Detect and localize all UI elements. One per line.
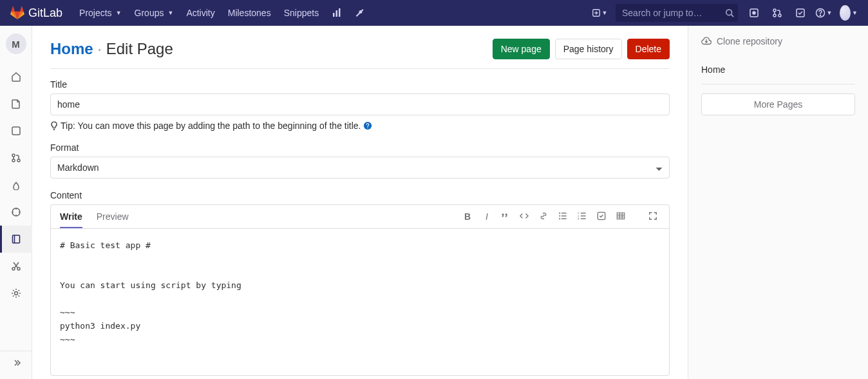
sidebar-home-link[interactable]: Home xyxy=(701,59,855,84)
plus-dropdown[interactable]: ▼ xyxy=(589,0,610,26)
svg-rect-18 xyxy=(12,235,19,243)
svg-rect-1 xyxy=(336,10,338,17)
title-label: Title xyxy=(50,79,670,90)
sidebar-repo-icon[interactable] xyxy=(0,90,32,117)
italic-icon[interactable]: I xyxy=(481,211,493,222)
help-icon[interactable] xyxy=(363,121,372,130)
format-group: Format Markdown xyxy=(50,142,670,179)
task-list-icon[interactable] xyxy=(597,211,609,222)
content-textarea[interactable] xyxy=(51,237,669,365)
divider xyxy=(50,68,670,69)
sidebar-operations-icon[interactable] xyxy=(0,199,32,226)
fullscreen-icon[interactable] xyxy=(648,211,660,222)
search-box xyxy=(616,4,738,22)
nav-admin-icon[interactable] xyxy=(348,0,372,26)
chevron-down-icon: ▼ xyxy=(827,10,833,16)
user-menu[interactable]: ▼ xyxy=(836,0,858,26)
svg-point-8 xyxy=(773,14,776,17)
svg-point-24 xyxy=(559,213,560,214)
editor-toolbar: B I 123 xyxy=(462,211,660,222)
chevron-down-icon: ▼ xyxy=(116,10,122,16)
svg-rect-27 xyxy=(561,213,567,213)
page-title: Home · Edit Page xyxy=(50,40,173,58)
search-icon[interactable] xyxy=(725,8,734,17)
gitlab-logo[interactable]: GitLab xyxy=(10,6,62,20)
clone-repo-link[interactable]: Clone repository xyxy=(701,36,855,46)
sidebar-home-icon[interactable] xyxy=(0,63,32,90)
title-tip: Tip: You can move this page by adding th… xyxy=(50,121,670,131)
content-label: Content xyxy=(50,190,670,200)
svg-point-23 xyxy=(368,128,368,128)
tip-text: Tip: You can move this page by adding th… xyxy=(61,121,361,131)
svg-point-7 xyxy=(773,9,776,12)
nav-snippets[interactable]: Snippets xyxy=(278,0,325,26)
issues-icon[interactable] xyxy=(743,0,765,26)
format-label: Format xyxy=(50,142,670,153)
chevron-down-icon: ▼ xyxy=(167,10,173,16)
editor-body xyxy=(51,229,669,375)
sidebar-cicd-icon[interactable] xyxy=(0,171,32,199)
nav-milestones[interactable]: Milestones xyxy=(222,0,278,26)
svg-point-26 xyxy=(559,218,560,219)
code-icon[interactable] xyxy=(520,211,531,222)
more-pages-button[interactable]: More Pages xyxy=(701,93,855,115)
new-page-button[interactable]: New page xyxy=(493,39,550,59)
sidebar-wiki-icon[interactable] xyxy=(0,226,32,253)
project-avatar[interactable]: M xyxy=(6,34,26,54)
top-nav: GitLab Projects▼ Groups▼ Activity Milest… xyxy=(0,0,868,26)
write-tab[interactable]: Write xyxy=(60,205,82,228)
avatar xyxy=(840,5,851,21)
numbered-list-icon[interactable]: 123 xyxy=(578,211,589,222)
sidebar-collapse-toggle[interactable] xyxy=(0,351,32,374)
svg-point-19 xyxy=(12,267,15,270)
svg-point-20 xyxy=(17,267,20,270)
page-history-button[interactable]: Page history xyxy=(555,39,622,59)
tanuki-icon xyxy=(10,6,24,20)
table-icon[interactable] xyxy=(616,211,628,222)
svg-rect-34 xyxy=(581,215,586,216)
svg-rect-35 xyxy=(581,219,586,219)
svg-point-9 xyxy=(778,14,781,17)
sidebar-mr-icon[interactable] xyxy=(0,144,32,171)
nav-activity[interactable]: Activity xyxy=(180,0,221,26)
help-icon[interactable]: ▼ xyxy=(813,0,835,26)
page-header: Home · Edit Page New page Page history D… xyxy=(50,39,670,59)
sidebar-issues-icon[interactable] xyxy=(0,117,32,144)
svg-rect-29 xyxy=(561,219,567,219)
svg-point-14 xyxy=(12,154,15,157)
search-input[interactable] xyxy=(616,4,738,22)
svg-rect-33 xyxy=(581,213,586,213)
svg-rect-2 xyxy=(339,8,341,17)
title-group: Title Tip: You can move this page by add… xyxy=(50,79,670,131)
format-select[interactable]: Markdown xyxy=(50,157,670,179)
editor: Write Preview B I 123 xyxy=(50,204,670,376)
sidebar-settings-icon[interactable] xyxy=(0,280,32,307)
bold-icon[interactable]: B xyxy=(462,211,473,222)
brand-name: GitLab xyxy=(28,6,62,20)
left-sidebar: M xyxy=(0,26,32,379)
svg-rect-28 xyxy=(561,215,567,216)
nav-groups[interactable]: Groups▼ xyxy=(128,0,180,26)
merge-requests-icon[interactable] xyxy=(766,0,788,26)
bullet-list-icon[interactable] xyxy=(558,211,570,222)
title-input[interactable] xyxy=(50,93,670,115)
delete-button[interactable]: Delete xyxy=(627,39,670,59)
nav-analytics-icon[interactable] xyxy=(325,0,348,26)
svg-point-25 xyxy=(559,215,560,217)
todos-icon[interactable] xyxy=(789,0,811,26)
svg-point-12 xyxy=(820,15,820,15)
svg-point-6 xyxy=(753,12,755,14)
home-link[interactable]: Home xyxy=(50,40,93,57)
preview-tab[interactable]: Preview xyxy=(97,205,129,228)
content-group: Content Write Preview B I 123 xyxy=(50,190,670,376)
sidebar-snippets-icon[interactable] xyxy=(0,253,32,280)
quote-icon[interactable] xyxy=(500,211,512,222)
nav-projects[interactable]: Projects▼ xyxy=(73,0,128,26)
header-actions: New page Page history Delete xyxy=(493,39,670,59)
lightbulb-icon xyxy=(50,121,58,130)
svg-point-4 xyxy=(726,10,732,15)
main-content: Home · Edit Page New page Page history D… xyxy=(32,26,688,379)
svg-rect-37 xyxy=(617,213,624,219)
svg-text:3: 3 xyxy=(578,217,580,220)
link-icon[interactable] xyxy=(539,211,551,222)
